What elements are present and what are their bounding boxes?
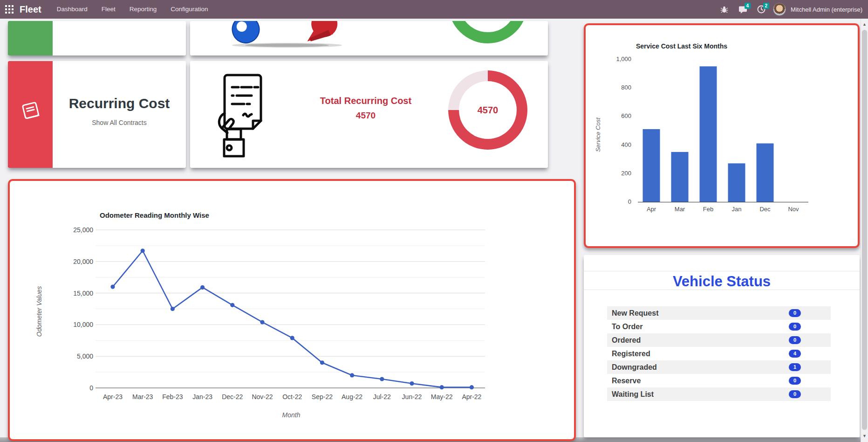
kanban-card-partial-center[interactable]	[190, 21, 548, 55]
x-tick-label: Apr-23	[103, 393, 123, 401]
status-badge: 0	[789, 390, 801, 398]
data-point	[350, 373, 354, 377]
status-row-to-order[interactable]: To Order0	[607, 320, 831, 333]
x-tick-label: Apr	[647, 206, 656, 213]
x-tick-label: Mar	[675, 206, 685, 213]
status-row-waiting-list[interactable]: Waiting List0	[607, 387, 831, 401]
scroll-down-arrow[interactable]: ▼	[861, 434, 868, 438]
data-point	[200, 285, 205, 290]
data-point	[410, 381, 414, 386]
bar	[643, 129, 660, 202]
odometer-series-line	[113, 251, 472, 387]
green-donut-partial	[448, 21, 527, 43]
y-axis-label: Service Cost	[595, 117, 601, 152]
kanban-card-partial-left[interactable]	[8, 21, 186, 55]
scrollbar-thumb[interactable]	[862, 30, 867, 430]
status-badge: 0	[789, 377, 801, 385]
user-avatar[interactable]	[773, 3, 786, 16]
bug-icon	[720, 6, 728, 14]
menu-item-configuration[interactable]: Configuration	[164, 0, 215, 19]
total-recurring-cost-label: Total Recurring Cost	[291, 96, 440, 106]
y-tick-label: 15,000	[73, 290, 93, 297]
y-tick-label: 400	[621, 141, 631, 148]
menu-item-fleet[interactable]: Fleet	[95, 0, 123, 19]
status-label: Downgraded	[607, 363, 657, 372]
card-color-band	[8, 61, 53, 168]
dashboard-content: Recurring Cost Show All Contracts Total …	[0, 19, 868, 442]
top-navbar: Fleet DashboardFleetReportingConfigurati…	[0, 0, 868, 19]
y-tick-label: 600	[621, 112, 631, 119]
data-point	[320, 360, 324, 365]
divider	[584, 271, 860, 271]
status-label: Waiting List	[607, 390, 654, 399]
status-label: Ordered	[607, 336, 641, 345]
menu-item-reporting[interactable]: Reporting	[123, 0, 164, 19]
vertical-scrollbar[interactable]: ▲ ▼	[861, 19, 868, 442]
x-tick-label: Jan-23	[192, 393, 212, 401]
data-point	[470, 385, 474, 389]
book-icon	[20, 100, 41, 122]
status-label: Registered	[607, 350, 650, 358]
status-label: New Request	[607, 309, 658, 318]
status-badge: 0	[789, 323, 801, 331]
messages-count-badge: 4	[745, 3, 751, 9]
data-point	[440, 385, 444, 389]
recurring-cost-card[interactable]: Recurring Cost Show All Contracts	[8, 61, 186, 168]
apps-grid-icon[interactable]	[5, 5, 14, 14]
y-tick-label: 200	[621, 170, 631, 177]
recurring-cost-donut-chart: 4570	[448, 70, 527, 150]
status-badge: 0	[789, 336, 801, 344]
divider	[584, 290, 860, 290]
service-cost-chart-card[interactable]: Service Cost Last Six Months Service Cos…	[584, 23, 860, 248]
status-badge: 4	[789, 350, 801, 358]
status-row-downgraded[interactable]: Downgraded1	[607, 360, 831, 374]
data-point	[230, 303, 234, 307]
menu-item-dashboard[interactable]: Dashboard	[50, 0, 95, 19]
y-tick-label: 5,000	[77, 352, 93, 360]
data-point	[380, 377, 384, 381]
y-tick-label: 0	[89, 384, 93, 392]
messages-icon[interactable]: 4	[736, 3, 750, 16]
x-tick-label: Sep-22	[312, 393, 333, 401]
y-tick-label: 10,000	[73, 321, 93, 328]
y-tick-label: 800	[621, 84, 631, 91]
vehicle-status-list: New Request0To Order0Ordered0Registered4…	[607, 306, 831, 401]
odometer-chart-card[interactable]: Odometer Reading Monthly Wise Odometer V…	[8, 179, 576, 441]
app-menu: DashboardFleetReportingConfiguration	[50, 0, 215, 19]
x-tick-label: Jan	[732, 206, 742, 213]
bar	[757, 144, 774, 202]
chart-title: Odometer Reading Monthly Wise	[100, 211, 209, 219]
data-point	[260, 320, 264, 324]
activities-count-badge: 2	[763, 3, 770, 9]
user-menu[interactable]: Mitchell Admin (enterprise)	[791, 6, 862, 13]
total-recurring-cost-card[interactable]: Total Recurring Cost 4570 4570	[190, 61, 548, 168]
app-name[interactable]: Fleet	[20, 4, 41, 15]
x-tick-label: Dec	[759, 206, 771, 213]
show-all-contracts-link[interactable]: Show All Contracts	[53, 119, 186, 126]
x-tick-label: Oct-22	[282, 393, 302, 401]
service-cost-bar-chart: Service Cost Last Six Months Service Cos…	[586, 25, 858, 246]
data-point	[290, 336, 294, 340]
x-tick-label: Nov-22	[252, 393, 273, 401]
scroll-up-arrow[interactable]: ▲	[861, 22, 868, 27]
status-row-reserve[interactable]: Reserve0	[607, 374, 831, 387]
status-row-registered[interactable]: Registered4	[607, 347, 831, 360]
card-title: Recurring Cost	[53, 96, 186, 111]
debug-icon[interactable]	[717, 3, 731, 16]
status-row-ordered[interactable]: Ordered0	[607, 333, 831, 347]
vehicle-status-title: Vehicle Status	[584, 273, 860, 290]
x-tick-label: May-22	[431, 393, 453, 401]
vehicle-status-card: Vehicle Status New Request0To Order0Orde…	[584, 255, 860, 437]
x-tick-label: Nov	[788, 206, 799, 213]
odometer-line-chart: Odometer Reading Monthly Wise Odometer V…	[10, 181, 574, 439]
x-tick-label: Apr-22	[462, 393, 481, 401]
status-label: Reserve	[607, 377, 641, 385]
location-pins-image	[222, 21, 357, 49]
y-tick-label: 0	[628, 198, 631, 205]
y-tick-label: 25,000	[73, 226, 93, 234]
contract-in-hand-icon	[209, 69, 279, 162]
status-row-new-request[interactable]: New Request0	[607, 306, 831, 320]
x-tick-label: Jun-22	[402, 393, 422, 401]
activities-icon[interactable]: 2	[754, 3, 768, 16]
data-point	[141, 249, 145, 253]
